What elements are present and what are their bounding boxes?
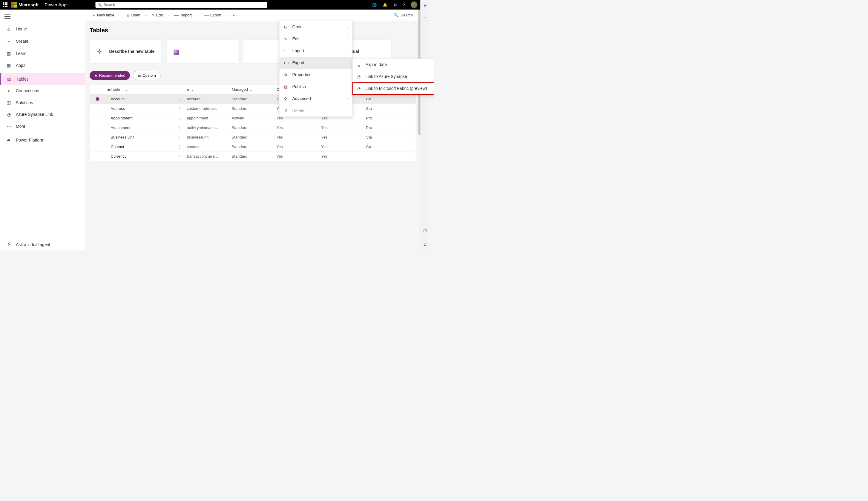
nav-tables[interactable]: ▤Tables (0, 73, 85, 85)
edit-icon: ✎ (284, 36, 289, 41)
menu-label: Import (293, 49, 304, 53)
row-menu-button[interactable]: ⋮ (178, 106, 187, 110)
cell-name: Currency (111, 154, 178, 159)
row-menu-button[interactable]: ⋮ (178, 154, 187, 158)
nav-connections[interactable]: ✧Connections (0, 85, 85, 97)
app-launcher-icon[interactable] (3, 2, 8, 7)
more-commands-button[interactable]: ⋯ (231, 13, 239, 18)
environment-icon[interactable]: 🌐 (372, 2, 377, 7)
cell-tag: Pro (366, 125, 396, 130)
panel-icon[interactable]: ▢ (423, 228, 427, 233)
cell-type: Standard (232, 106, 277, 111)
notifications-icon[interactable]: 🔔 (383, 2, 388, 7)
row-selected-icon[interactable]: ✓ (96, 97, 99, 100)
nav-synapse-link[interactable]: ◔Azure Synapse Link (0, 109, 85, 121)
cell-schema: activitymimeatta... (187, 125, 232, 130)
cell-name: Address (111, 106, 178, 111)
global-search[interactable]: 🔍 (96, 2, 267, 8)
menu-item-export[interactable]: ⟼Export› (279, 57, 352, 69)
col-table[interactable]: Table ↑⌄ (111, 87, 178, 92)
open-button[interactable]: ⊟Open (124, 11, 143, 19)
send-icon[interactable]: ➤ (423, 3, 427, 8)
row-menu-button[interactable]: ⋮ (178, 135, 187, 139)
nav-power-platform[interactable]: ▰Power Platform (0, 134, 85, 146)
new-table-button[interactable]: ＋New table⌄ (89, 11, 123, 19)
chevron-right-icon: › (347, 49, 348, 53)
add-app-icon[interactable]: ＋ (423, 14, 427, 20)
cell-managed: Yes (277, 125, 321, 130)
table-icon: ▤ (7, 76, 12, 82)
card-describe-table[interactable]: ✧Describe the new table (89, 40, 161, 64)
cell-tag: Co (366, 97, 396, 102)
help-icon: ? (6, 242, 11, 247)
link-icon: ◔ (357, 74, 362, 79)
global-search-input[interactable] (104, 3, 265, 7)
card-2[interactable]: ▦ (166, 40, 238, 64)
menu-item-import[interactable]: ⟵Import› (279, 45, 352, 57)
cell-name: Attachment (111, 125, 178, 130)
cell-tag: Co (366, 145, 396, 149)
row-menu-button[interactable]: ⋮ (178, 97, 187, 101)
card-label: Describe the new table (109, 49, 155, 54)
import-button[interactable]: ⟵Import⌄ (172, 11, 200, 19)
edit-button[interactable]: ✎Edit (149, 11, 165, 19)
nav-apps[interactable]: ▦Apps (0, 60, 85, 71)
table-row[interactable]: Business Unit ⋮ businessunit Standard Ye… (90, 132, 416, 142)
menu-item-properties[interactable]: ⚙Properties (279, 69, 352, 81)
row-menu-button[interactable]: ⋮ (178, 145, 187, 149)
cell-tag: Pro (366, 116, 396, 121)
page-search[interactable]: 🔍Search (391, 11, 416, 19)
submenu-item[interactable]: ◔Link to Microsoft Fabric (preview) (353, 83, 434, 95)
list-view-icon[interactable]: ☰ (107, 87, 111, 92)
chevron-right-icon: › (347, 25, 348, 29)
help-icon[interactable]: ? (403, 2, 405, 7)
cell-schema: transactioncurre... (187, 154, 232, 159)
cmd-label: Edit (156, 13, 163, 18)
collapse-nav-button[interactable] (4, 14, 10, 19)
nav-solutions[interactable]: ◫Solutions (0, 97, 85, 109)
chevron-down-icon[interactable]: ⌄ (193, 13, 198, 17)
chevron-down-icon[interactable]: ⌄ (116, 13, 121, 17)
left-nav: ⌂Home ＋Create ▥Learn ▦Apps ▤Tables ✧Conn… (0, 10, 85, 250)
nav-learn[interactable]: ▥Learn (0, 48, 85, 60)
chevron-down-icon[interactable]: ⌄ (223, 13, 227, 17)
export-button[interactable]: ⟼Export⌄ (201, 11, 230, 19)
chevron-down-icon: ⌄ (250, 87, 253, 92)
plus-icon: ＋ (92, 13, 96, 18)
nav-create[interactable]: ＋Create (0, 35, 85, 48)
menu-item-advanced[interactable]: ⚲Advanced› (279, 93, 352, 105)
user-avatar[interactable] (411, 1, 417, 8)
menu-label: Open (293, 24, 303, 29)
row-menu-button[interactable]: ⋮ (178, 116, 187, 120)
right-rail: ➤ ＋ ▢ ⚙ (421, 0, 430, 250)
settings-icon[interactable]: ⚙ (393, 2, 397, 7)
menu-label: Delete (293, 108, 304, 113)
chevron-down-icon[interactable]: ⌄ (144, 13, 148, 17)
table-row[interactable]: Appointment ⋮ appointment Activity Yes Y… (90, 114, 416, 123)
menu-label: Link to Azure Synapse (366, 74, 407, 79)
submenu-item[interactable]: ⭳Export data (353, 59, 434, 71)
col-managed[interactable]: Managed⌄ (232, 87, 277, 92)
menu-item-publish[interactable]: ▥Publish (279, 81, 352, 93)
nav-more[interactable]: ⋯More (0, 120, 85, 132)
table-row[interactable]: Currency ⋮ transactioncurre... Standard … (90, 152, 416, 161)
cell-tag: Sta (366, 135, 396, 140)
table-row[interactable]: Attachment ⋮ activitymimeatta... Standar… (90, 123, 416, 132)
pill-recommended[interactable]: ★Recommended (89, 71, 130, 80)
nav-ask-agent[interactable]: ?Ask a virtual agent (0, 239, 85, 250)
import-icon: ⟵ (284, 49, 289, 53)
menu-item-open[interactable]: ⊟Open› (279, 21, 352, 33)
gear-icon[interactable]: ⚙ (423, 243, 427, 247)
row-menu-button[interactable]: ⋮ (178, 125, 187, 130)
table-row[interactable]: Contact ⋮ contact Standard Yes Yes Co (90, 142, 416, 152)
submenu-item[interactable]: ◔Link to Azure Synapse (353, 71, 434, 83)
menu-item-delete: 🗑Delete (279, 105, 352, 116)
col-schema[interactable]: e⌄ (187, 87, 232, 92)
chevron-down-icon[interactable]: ⌄ (166, 13, 171, 17)
menu-item-edit[interactable]: ✎Edit› (279, 33, 352, 45)
pill-custom[interactable]: ▦Custom (133, 71, 160, 80)
table-row[interactable]: ✓ Account ⋮ account Standard Yes Yes Co (90, 94, 416, 104)
nav-home[interactable]: ⌂Home (0, 23, 85, 35)
chevron-right-icon: › (347, 61, 348, 65)
table-row[interactable]: Address ⋮ customeraddress Standard Yes Y… (90, 104, 416, 114)
